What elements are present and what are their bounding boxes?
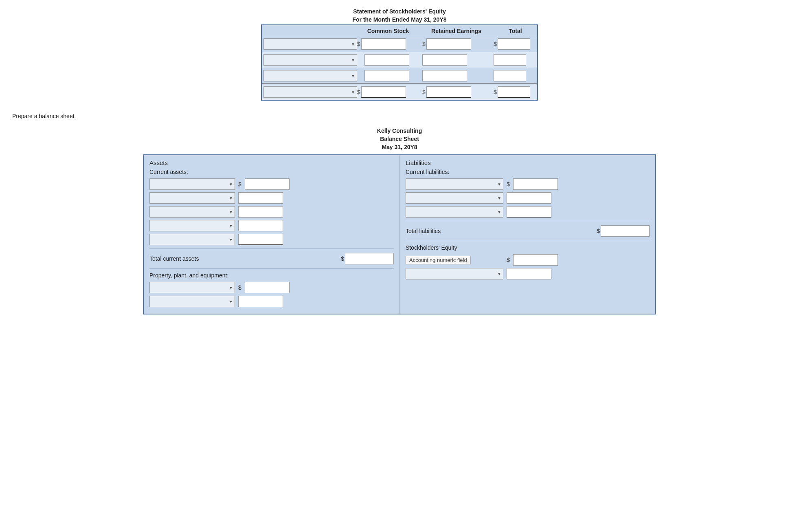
dollar-sign-r1c1: $ [357, 41, 360, 47]
asset-input-2[interactable] [238, 192, 283, 204]
sse-row2-common-input[interactable] [364, 54, 409, 66]
ppe-row-1: ▼ $ [149, 282, 394, 293]
total-liabilities-row: Total liabilities $ [406, 221, 650, 241]
asset-input-4[interactable] [238, 220, 283, 231]
dollar-sign-r4c1: $ [357, 89, 360, 95]
bs-title1: Kelly Consulting [12, 128, 787, 134]
liab-dropdown-3[interactable]: ▼ [406, 206, 503, 218]
sse-col-total: Total [492, 28, 539, 34]
sse-row1-dropdown[interactable]: ▼ [263, 38, 357, 50]
asset-dropdown-3[interactable]: ▼ [149, 206, 235, 218]
dollar-l1: $ [507, 181, 510, 187]
bs-title3: May 31, 20Y8 [12, 144, 787, 150]
sse-row4-retained-input[interactable] [426, 86, 471, 98]
liabilities-column: Liabilities Current liabilities: ▼ $ ▼ ▼ [400, 155, 655, 314]
asset-input-1[interactable] [245, 178, 290, 190]
ppe-input-2[interactable] [238, 296, 283, 307]
prepare-label: Prepare a balance sheet. [12, 113, 787, 119]
ppe-dropdown-2[interactable]: ▼ [149, 296, 235, 307]
equity-dropdown-2[interactable]: ▼ [406, 268, 503, 279]
ppe-label: Property, plant, and equipment: [149, 272, 394, 279]
sse-row-1: ▼ $ $ $ [262, 36, 537, 52]
asset-row-3: ▼ [149, 206, 394, 218]
asset-input-5[interactable] [238, 234, 283, 245]
chevron-down-icon: ▼ [229, 299, 233, 304]
sse-title1: Statement of Stockholders' Equity [12, 8, 787, 15]
total-current-assets-input[interactable] [345, 253, 394, 264]
chevron-down-icon: ▼ [497, 272, 501, 276]
chevron-down-icon: ▼ [229, 196, 233, 200]
total-liabilities-input[interactable] [601, 225, 650, 237]
chevron-down-icon: ▼ [229, 210, 233, 214]
sse-row4-common-input[interactable] [361, 86, 406, 98]
dollar-sign-r4c2: $ [422, 89, 426, 95]
asset-dropdown-1[interactable]: ▼ [149, 178, 235, 190]
equity-input-2[interactable] [507, 268, 551, 279]
asset-row-2: ▼ [149, 192, 394, 204]
equity-label: Stockholders' Equity [406, 244, 650, 251]
sse-table: Common Stock Retained Earnings Total ▼ $… [261, 24, 538, 101]
assets-header: Assets [149, 159, 394, 166]
bs-title2: Balance Sheet [12, 136, 787, 142]
current-liabilities-label: Current liabilities: [406, 169, 650, 175]
accounting-numeric-field-hint: Accounting numeric field [406, 256, 471, 264]
liabilities-header: Liabilities [406, 159, 650, 166]
ppe-dropdown-1[interactable]: ▼ [149, 282, 235, 293]
sse-row2-dropdown[interactable]: ▼ [263, 54, 357, 66]
chevron-down-icon: ▼ [497, 210, 501, 214]
sse-header-row: Common Stock Retained Earnings Total [262, 25, 537, 36]
chevron-down-icon: ▼ [229, 182, 233, 187]
liab-input-2[interactable] [507, 192, 551, 204]
sse-row1-total-input[interactable] [498, 38, 530, 50]
total-current-assets-row: Total current assets $ [149, 248, 394, 268]
asset-row-5: ▼ [149, 234, 394, 245]
sse-row1-retained-input[interactable] [426, 38, 471, 50]
sse-row3-retained-input[interactable] [422, 70, 467, 81]
liab-row-3: ▼ [406, 206, 650, 218]
ppe-input-1[interactable] [245, 282, 290, 293]
asset-input-3[interactable] [238, 206, 283, 218]
chevron-down-icon: ▼ [497, 182, 501, 187]
sse-row4-total-input[interactable] [498, 86, 530, 98]
dollar-tca: $ [341, 255, 344, 262]
sse-row3-dropdown[interactable]: ▼ [263, 70, 357, 81]
bs-two-columns: Assets Current assets: ▼ $ ▼ ▼ [144, 155, 655, 314]
dollar-ppe1: $ [238, 284, 241, 291]
dollar-eq1: $ [507, 257, 510, 263]
sse-row4-dropdown[interactable]: ▼ [263, 86, 357, 98]
liab-input-1[interactable] [513, 178, 558, 190]
dollar-sign-r4c3: $ [494, 89, 497, 95]
liab-row-2: ▼ [406, 192, 650, 204]
ppe-row-2: ▼ [149, 296, 394, 307]
liab-input-3[interactable] [507, 206, 551, 218]
liab-row-1: ▼ $ [406, 178, 650, 190]
asset-dropdown-2[interactable]: ▼ [149, 192, 235, 204]
chevron-down-icon: ▼ [229, 237, 233, 242]
sse-row2-total-input[interactable] [494, 54, 526, 66]
liab-dropdown-2[interactable]: ▼ [406, 192, 503, 204]
current-assets-label: Current assets: [149, 169, 394, 175]
dollar-tl: $ [597, 228, 600, 234]
asset-row-4: ▼ [149, 220, 394, 231]
sse-col-retained-earnings: Retained Earnings [421, 28, 492, 34]
equity-row-2: ▼ [406, 268, 650, 279]
sse-row-2: ▼ [262, 52, 537, 68]
chevron-down-icon: ▼ [351, 90, 355, 95]
sse-col-label [262, 28, 356, 34]
asset-dropdown-5[interactable]: ▼ [149, 234, 235, 245]
total-current-assets-label: Total current assets [149, 255, 341, 262]
sse-row3-common-input[interactable] [364, 70, 409, 81]
equity-section: Stockholders' Equity Accounting numeric … [406, 241, 650, 279]
total-liabilities-label: Total liabilities [406, 228, 597, 234]
chevron-down-icon: ▼ [351, 58, 355, 62]
ppe-section: Property, plant, and equipment: ▼ $ ▼ [149, 268, 394, 307]
dollar-icon-a1: $ [238, 181, 241, 187]
liab-dropdown-1[interactable]: ▼ [406, 178, 503, 190]
sse-row2-retained-input[interactable] [422, 54, 467, 66]
sse-row1-common-input[interactable] [361, 38, 406, 50]
asset-dropdown-4[interactable]: ▼ [149, 220, 235, 231]
sse-row3-total-input[interactable] [494, 70, 526, 81]
chevron-down-icon: ▼ [351, 42, 355, 46]
equity-input-1[interactable] [513, 254, 558, 266]
chevron-down-icon: ▼ [229, 286, 233, 290]
